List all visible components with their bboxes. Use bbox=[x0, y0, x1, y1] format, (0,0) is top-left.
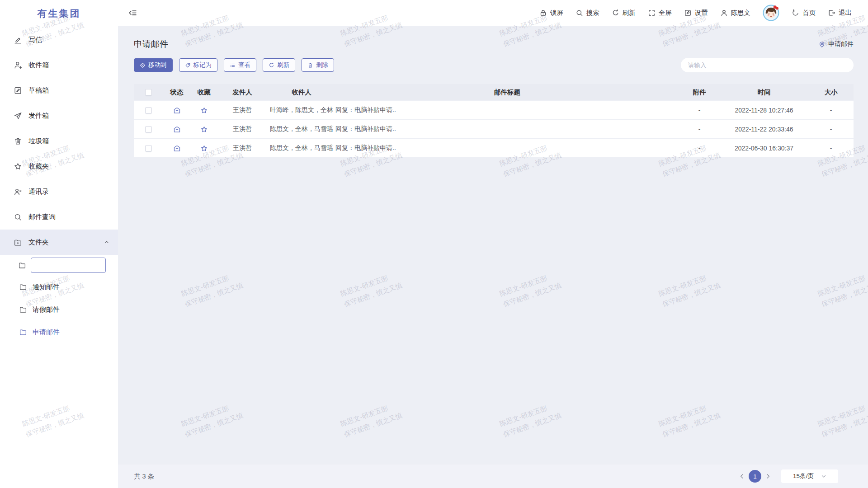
total-count: 共 3 条 bbox=[134, 472, 154, 481]
star-icon bbox=[14, 162, 22, 171]
col-header-attachment: 附件 bbox=[679, 88, 720, 97]
row-checkbox[interactable] bbox=[145, 145, 152, 152]
cell-size: - bbox=[808, 145, 854, 152]
sidebar-item-mail-search[interactable]: 邮件查询 bbox=[0, 204, 118, 230]
page-size-select[interactable]: 15条/页 bbox=[781, 469, 838, 483]
sidebar-item-compose[interactable]: 写信 bbox=[0, 27, 118, 52]
table-header-row: 状态 收藏 发件人 收件人 邮件标题 附件 时间 大小 bbox=[134, 84, 854, 100]
tag-icon bbox=[185, 62, 191, 68]
move-icon bbox=[140, 62, 146, 68]
main-content: 申请邮件 申请邮件 移动到 bbox=[118, 26, 868, 488]
trash-icon bbox=[307, 62, 313, 68]
list-icon bbox=[230, 62, 236, 68]
sidebar-item-label: 收藏夹 bbox=[28, 162, 49, 171]
page-number-button[interactable]: 1 bbox=[749, 470, 761, 483]
view-button[interactable]: 查看 bbox=[224, 58, 256, 72]
mail-app: 有生集团 写信 收件箱 草稿箱 发件箱 bbox=[0, 0, 868, 488]
lock-icon bbox=[539, 9, 547, 17]
delete-button[interactable]: 删除 bbox=[302, 58, 334, 72]
mark-as-button[interactable]: 标记为 bbox=[179, 58, 218, 72]
topbar: 锁屏 搜索 刷新 全屏 bbox=[118, 0, 868, 26]
cell-recipient: 陈思文，全林，马雪瑶 bbox=[268, 125, 335, 133]
table-row[interactable]: 王洪哲 陈思文，全林，马雪瑶 回复：电脑补贴申请.. - 2022-11-22 … bbox=[134, 120, 854, 138]
star-icon[interactable] bbox=[200, 145, 208, 152]
sidebar-item-drafts[interactable]: 草稿箱 bbox=[0, 78, 118, 103]
drafts-icon bbox=[14, 86, 22, 95]
col-header-recipient: 收件人 bbox=[268, 88, 335, 97]
folder-item-leave[interactable]: 请假邮件 bbox=[0, 298, 118, 321]
refresh-list-button[interactable]: 刷新 bbox=[263, 58, 295, 72]
sidebar: 有生集团 写信 收件箱 草稿箱 发件箱 bbox=[0, 0, 118, 488]
table-footer: 共 3 条 1 15条/页 bbox=[118, 465, 868, 488]
sidebar-item-sent[interactable]: 发件箱 bbox=[0, 103, 118, 128]
settings-button[interactable]: 设置 bbox=[684, 9, 708, 17]
topbar-actions: 锁屏 搜索 刷新 全屏 bbox=[539, 5, 852, 21]
new-folder-row bbox=[0, 255, 118, 276]
compose-icon bbox=[14, 36, 22, 44]
chevron-left-icon[interactable] bbox=[739, 473, 745, 479]
breadcrumb[interactable]: 申请邮件 bbox=[818, 40, 854, 48]
global-search-button[interactable]: 搜索 bbox=[576, 9, 599, 17]
star-icon[interactable] bbox=[200, 126, 208, 133]
move-to-button[interactable]: 移动到 bbox=[134, 58, 173, 72]
sidebar-item-label: 文件夹 bbox=[28, 238, 49, 247]
avatar[interactable] bbox=[763, 5, 779, 21]
folder-item-notice[interactable]: 通知邮件 bbox=[0, 276, 118, 298]
cell-subject: 回复：电脑补贴申请.. bbox=[335, 125, 679, 133]
col-header-subject: 邮件标题 bbox=[335, 88, 679, 97]
sidebar-item-folders[interactable]: 文件夹 bbox=[0, 230, 118, 255]
table-row[interactable]: 王洪哲 陈思文，全林，马雪瑶 回复：电脑补贴申请.. - 2022-06-30 … bbox=[134, 139, 854, 157]
mail-open-icon bbox=[173, 126, 181, 133]
sidebar-item-inbox[interactable]: 收件箱 bbox=[0, 52, 118, 78]
cell-sender: 王洪哲 bbox=[217, 106, 268, 114]
table-row[interactable]: 王洪哲 叶海峰，陈思文，全林 回复：电脑补贴申请.. - 2022-11-28 … bbox=[134, 101, 854, 119]
sidebar-item-contacts[interactable]: 通讯录 bbox=[0, 179, 118, 204]
home-button[interactable]: 首页 bbox=[792, 9, 816, 17]
table-search-box bbox=[681, 58, 854, 72]
row-checkbox[interactable] bbox=[145, 126, 152, 133]
cell-subject: 回复：电脑补贴申请.. bbox=[335, 106, 679, 114]
sidebar-item-label: 写信 bbox=[28, 36, 42, 44]
folder-plus-icon bbox=[14, 238, 22, 247]
folder-item-application[interactable]: 申请邮件 bbox=[0, 321, 118, 343]
content-header: 申请邮件 申请邮件 bbox=[134, 26, 854, 50]
row-checkbox[interactable] bbox=[145, 107, 152, 114]
mail-table: 状态 收藏 发件人 收件人 邮件标题 附件 时间 大小 王洪哲 叶海峰，陈思文，… bbox=[134, 84, 854, 157]
col-header-status: 状态 bbox=[163, 88, 191, 97]
star-icon[interactable] bbox=[200, 107, 208, 114]
refresh-button[interactable]: 刷新 bbox=[612, 9, 636, 17]
chevron-down-icon bbox=[821, 474, 826, 479]
chevron-up-icon[interactable] bbox=[104, 239, 110, 245]
page-title: 申请邮件 bbox=[134, 38, 168, 50]
fullscreen-button[interactable]: 全屏 bbox=[648, 9, 672, 17]
refresh-icon bbox=[269, 62, 274, 68]
logout-icon bbox=[828, 9, 835, 17]
cell-time: 2022-11-22 20:33:46 bbox=[720, 126, 808, 133]
new-folder-input[interactable] bbox=[31, 258, 106, 273]
cell-sender: 王洪哲 bbox=[217, 144, 268, 152]
chevron-right-icon[interactable] bbox=[765, 473, 771, 479]
cell-attachment: - bbox=[679, 145, 720, 152]
lock-screen-button[interactable]: 锁屏 bbox=[539, 9, 563, 17]
cell-time: 2022-06-30 16:30:37 bbox=[720, 145, 808, 152]
collapse-sidebar-icon[interactable] bbox=[128, 8, 137, 18]
cell-sender: 王洪哲 bbox=[217, 125, 268, 133]
page-size-value: 15条/页 bbox=[793, 472, 814, 480]
sent-icon bbox=[14, 112, 22, 120]
sidebar-item-trash[interactable]: 垃圾箱 bbox=[0, 128, 118, 154]
col-header-time: 时间 bbox=[720, 88, 808, 97]
cell-recipient: 叶海峰，陈思文，全林 bbox=[268, 106, 335, 114]
app-logo: 有生集团 bbox=[0, 0, 118, 27]
current-user[interactable]: 陈思文 bbox=[720, 9, 751, 17]
sidebar-item-label: 邮件查询 bbox=[28, 213, 56, 221]
logout-button[interactable]: 退出 bbox=[828, 9, 852, 17]
select-all-checkbox[interactable] bbox=[145, 89, 152, 96]
folder-item-label: 申请邮件 bbox=[33, 328, 60, 337]
cell-attachment: - bbox=[679, 126, 720, 133]
folder-icon bbox=[19, 328, 27, 336]
sidebar-item-favorites[interactable]: 收藏夹 bbox=[0, 154, 118, 179]
toolbar-buttons: 移动到 标记为 查看 bbox=[134, 58, 334, 72]
table-search-input[interactable] bbox=[688, 62, 846, 69]
col-header-size: 大小 bbox=[808, 88, 854, 97]
cell-size: - bbox=[808, 126, 854, 133]
